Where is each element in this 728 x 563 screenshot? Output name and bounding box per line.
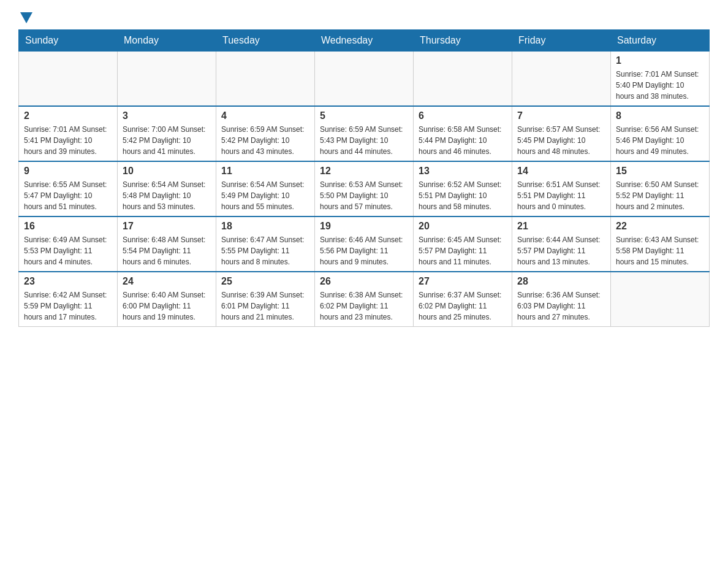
- day-number: 20: [419, 221, 507, 232]
- calendar-cell: 22Sunrise: 6:43 AM Sunset: 5:58 PM Dayli…: [611, 216, 710, 272]
- day-info: Sunrise: 7:00 AM Sunset: 5:42 PM Dayligh…: [123, 124, 211, 157]
- calendar-cell: [118, 52, 216, 107]
- calendar-week-row: 23Sunrise: 6:42 AM Sunset: 5:59 PM Dayli…: [19, 272, 710, 327]
- day-info: Sunrise: 6:44 AM Sunset: 5:57 PM Dayligh…: [517, 234, 605, 267]
- day-number: 12: [320, 166, 408, 177]
- calendar-cell: 4Sunrise: 6:59 AM Sunset: 5:42 PM Daylig…: [216, 106, 315, 161]
- day-number: 6: [419, 110, 507, 121]
- calendar-cell: [611, 272, 710, 327]
- day-number: 7: [517, 110, 605, 121]
- calendar-cell: 24Sunrise: 6:40 AM Sunset: 6:00 PM Dayli…: [118, 272, 216, 327]
- day-info: Sunrise: 6:46 AM Sunset: 5:56 PM Dayligh…: [320, 234, 408, 267]
- calendar-cell: 10Sunrise: 6:54 AM Sunset: 5:48 PM Dayli…: [118, 161, 216, 216]
- day-info: Sunrise: 6:55 AM Sunset: 5:47 PM Dayligh…: [24, 179, 112, 212]
- calendar-week-row: 2Sunrise: 7:01 AM Sunset: 5:41 PM Daylig…: [19, 106, 710, 161]
- calendar-cell: 3Sunrise: 7:00 AM Sunset: 5:42 PM Daylig…: [118, 106, 216, 161]
- calendar-cell: 6Sunrise: 6:58 AM Sunset: 5:44 PM Daylig…: [414, 106, 512, 161]
- calendar-cell: 21Sunrise: 6:44 AM Sunset: 5:57 PM Dayli…: [512, 216, 611, 272]
- day-info: Sunrise: 6:47 AM Sunset: 5:55 PM Dayligh…: [221, 234, 309, 267]
- day-info: Sunrise: 7:01 AM Sunset: 5:41 PM Dayligh…: [24, 124, 112, 157]
- day-info: Sunrise: 6:54 AM Sunset: 5:49 PM Dayligh…: [221, 179, 309, 212]
- day-of-week-header: Sunday: [19, 30, 118, 52]
- day-number: 19: [320, 221, 408, 232]
- day-info: Sunrise: 6:50 AM Sunset: 5:52 PM Dayligh…: [616, 179, 704, 212]
- day-info: Sunrise: 6:53 AM Sunset: 5:50 PM Dayligh…: [320, 179, 408, 212]
- calendar-cell: 9Sunrise: 6:55 AM Sunset: 5:47 PM Daylig…: [19, 161, 118, 216]
- day-number: 1: [616, 55, 704, 66]
- day-number: 14: [517, 166, 605, 177]
- day-info: Sunrise: 6:48 AM Sunset: 5:54 PM Dayligh…: [123, 234, 211, 267]
- calendar-cell: 27Sunrise: 6:37 AM Sunset: 6:02 PM Dayli…: [414, 272, 512, 327]
- day-number: 18: [221, 221, 309, 232]
- day-number: 25: [221, 276, 309, 287]
- day-info: Sunrise: 6:57 AM Sunset: 5:45 PM Dayligh…: [517, 124, 605, 157]
- calendar-cell: 2Sunrise: 7:01 AM Sunset: 5:41 PM Daylig…: [19, 106, 118, 161]
- day-of-week-header: Monday: [118, 30, 216, 52]
- calendar-header-row: SundayMondayTuesdayWednesdayThursdayFrid…: [19, 30, 710, 52]
- day-info: Sunrise: 6:38 AM Sunset: 6:02 PM Dayligh…: [320, 289, 408, 323]
- day-number: 22: [616, 221, 704, 232]
- calendar-cell: 8Sunrise: 6:56 AM Sunset: 5:46 PM Daylig…: [611, 106, 710, 161]
- calendar-cell: 7Sunrise: 6:57 AM Sunset: 5:45 PM Daylig…: [512, 106, 611, 161]
- day-number: 24: [123, 276, 211, 287]
- logo-triangle-icon: [20, 12, 32, 23]
- day-info: Sunrise: 6:43 AM Sunset: 5:58 PM Dayligh…: [616, 234, 704, 267]
- calendar-cell: 17Sunrise: 6:48 AM Sunset: 5:54 PM Dayli…: [118, 216, 216, 272]
- calendar-cell: 23Sunrise: 6:42 AM Sunset: 5:59 PM Dayli…: [19, 272, 118, 327]
- day-number: 17: [123, 221, 211, 232]
- day-number: 8: [616, 110, 704, 121]
- day-info: Sunrise: 6:39 AM Sunset: 6:01 PM Dayligh…: [221, 289, 309, 323]
- calendar-cell: 19Sunrise: 6:46 AM Sunset: 5:56 PM Dayli…: [315, 216, 414, 272]
- day-of-week-header: Friday: [512, 30, 611, 52]
- day-number: 5: [320, 110, 408, 121]
- day-number: 15: [616, 166, 704, 177]
- calendar-cell: 26Sunrise: 6:38 AM Sunset: 6:02 PM Dayli…: [315, 272, 414, 327]
- calendar-cell: 1Sunrise: 7:01 AM Sunset: 5:40 PM Daylig…: [611, 52, 710, 107]
- day-info: Sunrise: 6:40 AM Sunset: 6:00 PM Dayligh…: [123, 289, 211, 323]
- logo: [18, 12, 34, 23]
- day-of-week-header: Thursday: [414, 30, 512, 52]
- day-number: 16: [24, 221, 112, 232]
- day-number: 21: [517, 221, 605, 232]
- day-info: Sunrise: 6:42 AM Sunset: 5:59 PM Dayligh…: [24, 289, 112, 323]
- calendar-cell: 25Sunrise: 6:39 AM Sunset: 6:01 PM Dayli…: [216, 272, 315, 327]
- calendar-cell: 28Sunrise: 6:36 AM Sunset: 6:03 PM Dayli…: [512, 272, 611, 327]
- calendar-week-row: 1Sunrise: 7:01 AM Sunset: 5:40 PM Daylig…: [19, 52, 710, 107]
- calendar-cell: 20Sunrise: 6:45 AM Sunset: 5:57 PM Dayli…: [414, 216, 512, 272]
- day-info: Sunrise: 6:51 AM Sunset: 5:51 PM Dayligh…: [517, 179, 605, 212]
- day-info: Sunrise: 6:49 AM Sunset: 5:53 PM Dayligh…: [24, 234, 112, 267]
- day-number: 28: [517, 276, 605, 287]
- calendar-cell: 14Sunrise: 6:51 AM Sunset: 5:51 PM Dayli…: [512, 161, 611, 216]
- calendar-cell: 16Sunrise: 6:49 AM Sunset: 5:53 PM Dayli…: [19, 216, 118, 272]
- calendar-cell: 15Sunrise: 6:50 AM Sunset: 5:52 PM Dayli…: [611, 161, 710, 216]
- day-info: Sunrise: 7:01 AM Sunset: 5:40 PM Dayligh…: [616, 69, 704, 102]
- calendar-cell: [19, 52, 118, 107]
- day-info: Sunrise: 6:59 AM Sunset: 5:43 PM Dayligh…: [320, 124, 408, 157]
- day-info: Sunrise: 6:54 AM Sunset: 5:48 PM Dayligh…: [123, 179, 211, 212]
- calendar-cell: [315, 52, 414, 107]
- calendar-week-row: 16Sunrise: 6:49 AM Sunset: 5:53 PM Dayli…: [19, 216, 710, 272]
- day-number: 2: [24, 110, 112, 121]
- calendar-cell: 13Sunrise: 6:52 AM Sunset: 5:51 PM Dayli…: [414, 161, 512, 216]
- calendar-table: SundayMondayTuesdayWednesdayThursdayFrid…: [18, 29, 710, 327]
- day-number: 11: [221, 166, 309, 177]
- calendar-cell: 11Sunrise: 6:54 AM Sunset: 5:49 PM Dayli…: [216, 161, 315, 216]
- day-info: Sunrise: 6:52 AM Sunset: 5:51 PM Dayligh…: [419, 179, 507, 212]
- day-info: Sunrise: 6:36 AM Sunset: 6:03 PM Dayligh…: [517, 289, 605, 323]
- day-info: Sunrise: 6:45 AM Sunset: 5:57 PM Dayligh…: [419, 234, 507, 267]
- calendar-cell: 18Sunrise: 6:47 AM Sunset: 5:55 PM Dayli…: [216, 216, 315, 272]
- day-number: 27: [419, 276, 507, 287]
- day-info: Sunrise: 6:58 AM Sunset: 5:44 PM Dayligh…: [419, 124, 507, 157]
- calendar-week-row: 9Sunrise: 6:55 AM Sunset: 5:47 PM Daylig…: [19, 161, 710, 216]
- page-header: [18, 12, 710, 23]
- day-number: 3: [123, 110, 211, 121]
- calendar-cell: [414, 52, 512, 107]
- calendar-cell: 12Sunrise: 6:53 AM Sunset: 5:50 PM Dayli…: [315, 161, 414, 216]
- day-of-week-header: Wednesday: [315, 30, 414, 52]
- calendar-cell: [216, 52, 315, 107]
- day-number: 23: [24, 276, 112, 287]
- day-of-week-header: Tuesday: [216, 30, 315, 52]
- calendar-cell: 5Sunrise: 6:59 AM Sunset: 5:43 PM Daylig…: [315, 106, 414, 161]
- calendar-cell: [512, 52, 611, 107]
- day-number: 10: [123, 166, 211, 177]
